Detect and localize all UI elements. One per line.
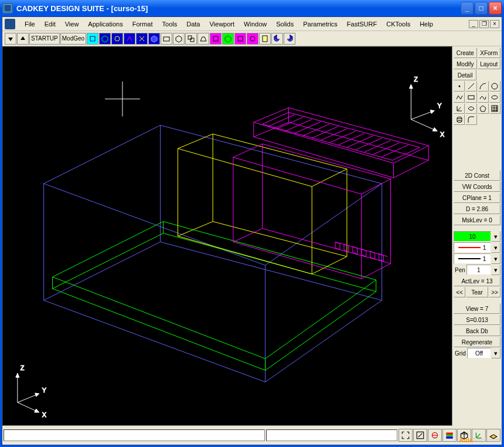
depth-button[interactable]: D = 2.86 (454, 204, 500, 214)
minimize-button[interactable]: _ (461, 2, 474, 15)
menu-edit[interactable]: Edit (40, 19, 60, 29)
right-panel: Create XForm Modify Layout Detail 2D Con… (452, 46, 502, 426)
tool-rect-icon[interactable] (465, 92, 476, 103)
status-pan-icon[interactable] (428, 429, 442, 442)
color-value: 10 (454, 231, 491, 242)
redo-button[interactable] (284, 33, 295, 45)
tool-axis-icon[interactable] (454, 103, 465, 114)
tab-modify[interactable]: Modify (454, 59, 477, 69)
chevron-down-icon[interactable]: ▾ (491, 242, 500, 253)
tool-cube4-icon[interactable] (136, 33, 148, 45)
tool-solid2-icon[interactable] (222, 33, 234, 45)
tab-xform[interactable]: XForm (478, 48, 501, 58)
maximize-button[interactable]: □ (475, 2, 488, 15)
tool-sheet-icon[interactable] (259, 33, 271, 45)
tool-polygon-icon[interactable] (478, 103, 489, 114)
cplane-button[interactable]: CPlane = 1 (454, 192, 500, 203)
tear-button[interactable]: Tear (466, 287, 488, 297)
tool-curve-icon[interactable] (465, 103, 476, 114)
view-button[interactable]: View = 7 (454, 303, 500, 314)
msklev-button[interactable]: MskLev = 0 (454, 215, 500, 225)
pen-dropdown[interactable]: Pen 1 ▾ (454, 265, 500, 275)
tool-solid3-icon[interactable] (234, 33, 246, 45)
svg-point-64 (492, 96, 498, 99)
tool-point-icon[interactable] (454, 81, 465, 92)
status-zoom-extent-icon[interactable] (399, 429, 413, 442)
close-button[interactable]: × (489, 2, 502, 15)
status-zoom-window-icon[interactable] (413, 429, 427, 442)
tool-spline-icon[interactable] (478, 92, 489, 103)
mdi-close-button[interactable]: × (490, 20, 499, 28)
menu-cktools[interactable]: CKTools (382, 19, 415, 29)
backdb-button[interactable]: Back Db (454, 326, 500, 336)
history-up-button[interactable] (17, 33, 29, 45)
tab-layout[interactable]: Layout (478, 59, 501, 69)
tool-box2-icon[interactable] (173, 33, 185, 45)
tool-line-icon[interactable] (465, 81, 476, 92)
mdi-minimize-button[interactable]: _ (469, 20, 478, 28)
vw-coords-button[interactable]: VW Coords (454, 181, 500, 192)
grid-dropdown[interactable]: Grid Off ▾ (454, 348, 500, 358)
coord-display (266, 429, 397, 441)
command-input[interactable] (4, 429, 265, 441)
chevron-down-icon[interactable]: ▾ (491, 265, 500, 275)
tool-cube1-icon[interactable] (99, 33, 111, 45)
drawing-canvas[interactable]: Z Y X Z Y X (3, 47, 452, 425)
linetype1-dropdown[interactable]: 1 ▾ (454, 242, 500, 253)
menu-window[interactable]: Window (239, 19, 271, 29)
svg-text:X: X (42, 411, 47, 418)
scale-button[interactable]: S=0.013 (454, 314, 500, 325)
svg-line-48 (338, 133, 365, 145)
menu-file[interactable]: File (20, 19, 40, 29)
menu-data[interactable]: Data (182, 19, 205, 29)
const-2d-button[interactable]: 2D Const (454, 170, 500, 181)
menu-applications[interactable]: Applications (83, 19, 127, 29)
tool-solid4-icon[interactable] (247, 33, 258, 45)
startup-button[interactable]: STARTUP (29, 33, 60, 45)
tool-snap-icon[interactable] (87, 33, 98, 45)
menu-solids[interactable]: Solids (271, 19, 298, 29)
tool-hatch-icon[interactable] (489, 103, 500, 114)
modgeo-button[interactable]: ModGeo (60, 33, 86, 45)
tool-fillet-icon[interactable] (465, 114, 476, 125)
svg-text:Y: Y (437, 102, 442, 109)
tool-cube5-icon[interactable] (148, 33, 160, 45)
linetype2-dropdown[interactable]: 1 ▾ (454, 253, 500, 264)
menu-format[interactable]: Format (128, 19, 158, 29)
tool-arc-icon[interactable] (478, 81, 489, 92)
tool-cube3-icon[interactable] (124, 33, 135, 45)
menu-viewport[interactable]: Viewport (205, 19, 239, 29)
undo-button[interactable] (271, 33, 283, 45)
tool-solid1-icon[interactable] (210, 33, 222, 45)
tool-polyline-icon[interactable] (454, 92, 465, 103)
menu-parametrics[interactable]: Parametrics (298, 19, 342, 29)
color-dropdown[interactable]: 10 ▾ (454, 231, 500, 242)
tool-box1-icon[interactable] (161, 33, 172, 45)
menu-tools[interactable]: Tools (158, 19, 182, 29)
actlev-button[interactable]: ActLev = 13 (454, 276, 500, 286)
viewport[interactable]: Z Y X Z Y X (2, 46, 452, 426)
tool-box4-icon[interactable] (197, 33, 209, 45)
svg-line-52 (373, 143, 400, 154)
status-render-icon[interactable] (442, 429, 457, 442)
tool-helix-icon[interactable] (454, 114, 465, 125)
chevron-down-icon[interactable]: ▾ (491, 253, 500, 264)
tool-box3-icon[interactable] (185, 33, 197, 45)
tab-create[interactable]: Create (454, 48, 477, 58)
history-down-button[interactable] (5, 33, 16, 45)
mdi-restore-button[interactable]: ❐ (479, 20, 489, 28)
tear-next-button[interactable]: >> (489, 287, 500, 297)
regenerate-button[interactable]: Regenerate (454, 337, 500, 347)
tear-prev-button[interactable]: << (454, 287, 465, 297)
menu-view[interactable]: View (60, 19, 84, 29)
tool-cube2-icon[interactable] (111, 33, 123, 45)
menu-help[interactable]: Help (415, 19, 438, 29)
tab-detail[interactable]: Detail (454, 70, 476, 80)
svg-line-46 (321, 128, 347, 140)
menu-fastsurf[interactable]: FastSURF (342, 19, 382, 29)
tool-ellipse-icon[interactable] (489, 92, 500, 103)
chevron-down-icon[interactable]: ▾ (491, 348, 500, 358)
tool-circle-icon[interactable] (489, 81, 500, 92)
svg-rect-5 (190, 38, 194, 42)
chevron-down-icon[interactable]: ▾ (491, 231, 500, 242)
